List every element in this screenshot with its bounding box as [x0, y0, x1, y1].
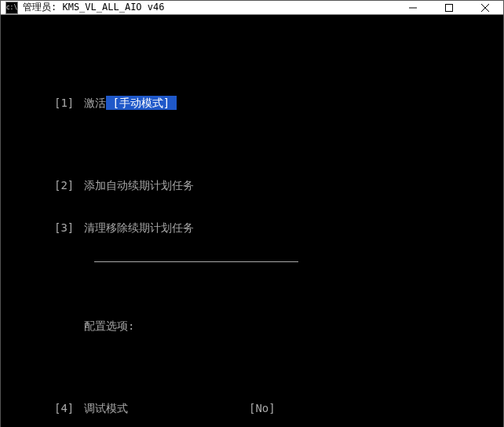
menu-label: 添加自动续期计划任务	[84, 178, 194, 192]
menu-key: [1]	[54, 96, 84, 110]
menu-label: 激活	[84, 96, 106, 110]
minimize-button[interactable]	[395, 1, 431, 14]
menu-item-4: [4]调试模式[No]	[54, 401, 480, 415]
console-window: c:\ 管理员: KMS_VL_ALL_AIO v46 [1]激活 [手动模式]…	[0, 0, 504, 427]
maximize-button[interactable]	[431, 1, 467, 14]
close-button[interactable]	[467, 1, 503, 14]
titlebar[interactable]: c:\ 管理员: KMS_VL_ALL_AIO v46	[1, 1, 503, 15]
section-header-config: 配置选项:	[54, 319, 480, 333]
menu-item-3: [3]清理移除续期计划任务	[54, 221, 480, 235]
console-content[interactable]: [1]激活 [手动模式] [2]添加自动续期计划任务 [3]清理移除续期计划任务…	[1, 15, 503, 427]
menu-item-2: [2]添加自动续期计划任务	[54, 178, 480, 192]
menu-label: 调试模式	[84, 401, 249, 415]
divider	[94, 250, 298, 262]
window-title: 管理员: KMS_VL_ALL_AIO v46	[23, 1, 395, 14]
menu-value: [No]	[249, 401, 276, 415]
window-controls	[395, 1, 503, 14]
menu-key: [3]	[54, 221, 84, 235]
menu-item-1: [1]激活 [手动模式]	[54, 96, 480, 110]
svg-rect-1	[446, 4, 453, 11]
menu-key: [2]	[54, 178, 84, 192]
mode-highlight: [手动模式]	[106, 96, 177, 110]
menu-label: 清理移除续期计划任务	[84, 221, 194, 235]
menu-key: [4]	[54, 401, 84, 415]
console-icon: c:\	[5, 2, 18, 14]
